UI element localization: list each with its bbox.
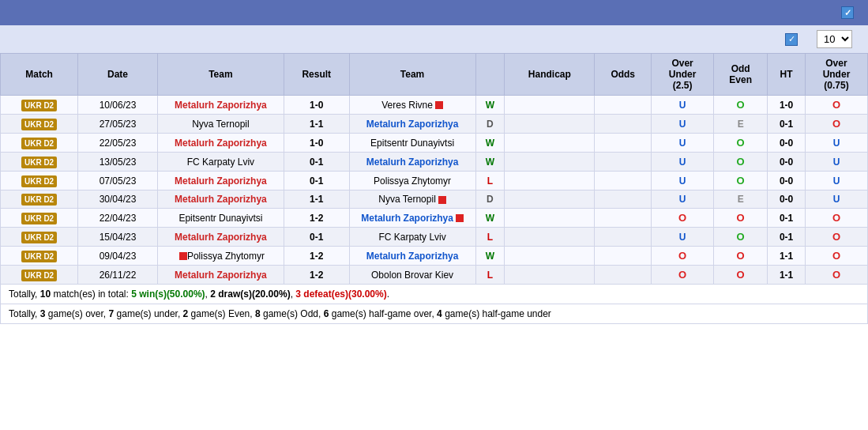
cell-handicap [505,228,595,247]
cell-result: 0-1 [284,172,349,190]
cell-ht: 0-1 [768,115,806,134]
cell-date: 26/11/22 [78,266,158,285]
cell-league: UKR D2 [1,96,78,115]
cell-handicap [505,209,595,228]
historic-scores-table: Match Date Team Result Team Handicap Odd… [0,53,868,285]
cell-result: 1-2 [284,209,349,228]
header: ✓ [0,0,868,25]
cell-team1[interactable]: Metalurh Zaporizhya [157,96,284,115]
col-outcome [475,54,505,96]
cell-odd-even: O [714,172,768,190]
cell-team2[interactable]: Epitsentr Dunayivtsi [349,134,475,153]
cell-handicap [505,172,595,190]
cell-team2[interactable]: Obolon Brovar Kiev [349,266,475,285]
footer-summary1: Totally, 10 match(es) in total: 5 win(s)… [0,285,868,304]
cell-team2[interactable]: Metalurh Zaporizhya [349,115,475,134]
cell-team1[interactable]: Epitsentr Dunayivtsi [157,209,284,228]
cell-team1[interactable]: FC Karpaty Lviv [157,153,284,172]
col-ht: HT [768,54,806,96]
cell-result: 1-1 [284,190,349,209]
games-select[interactable]: 10 5 15 20 [817,30,852,48]
col-team2: Team [349,54,475,96]
cell-team1[interactable]: Metalurh Zaporizhya [157,172,284,190]
cell-over-under: U [652,153,714,172]
cell-team2[interactable]: Metalurh Zaporizhya [349,247,475,266]
cell-odd-even: O [714,96,768,115]
cell-team2[interactable]: Polissya Zhytomyr [349,172,475,190]
table-row: UKR D215/04/23Metalurh Zaporizhya0-1FC K… [1,228,868,247]
cell-team2[interactable]: Veres Rivne [349,96,475,115]
cell-date: 22/05/23 [78,134,158,153]
cell-date: 07/05/23 [78,172,158,190]
footer-summary2: Totally, 3 game(s) over, 7 game(s) under… [0,304,868,324]
cell-ht: 1-1 [768,247,806,266]
cell-date: 13/05/23 [78,153,158,172]
cell-outcome: L [475,228,505,247]
cell-team1[interactable]: Nyva Ternopil [157,115,284,134]
cell-handicap [505,153,595,172]
filter-bar: ✓ 10 5 15 20 [0,25,868,53]
cell-odds [595,153,652,172]
cell-over-under: O [652,266,714,285]
cell-outcome: W [475,247,505,266]
cell-result: 1-0 [284,134,349,153]
cell-over-under: U [652,172,714,190]
cell-team2[interactable]: Metalurh Zaporizhya [349,153,475,172]
cell-ht: 0-0 [768,190,806,209]
cell-team1[interactable]: Metalurh Zaporizhya [157,228,284,247]
cell-handicap [505,266,595,285]
cell-team1[interactable]: Metalurh Zaporizhya [157,190,284,209]
cell-over-under: O [652,209,714,228]
cell-team1[interactable]: Metalurh Zaporizhya [157,266,284,285]
cell-outcome: W [475,96,505,115]
cell-odd-even: O [714,228,768,247]
cell-league: UKR D2 [1,190,78,209]
cell-outcome: W [475,134,505,153]
cell-odds [595,209,652,228]
cell-ht-ou: U [805,134,867,153]
table-row: UKR D226/11/22Metalurh Zaporizhya1-2Obol… [1,266,868,285]
cell-date: 09/04/23 [78,247,158,266]
cell-over-under: U [652,96,714,115]
table-row: UKR D230/04/23Metalurh Zaporizhya1-1Nyva… [1,190,868,209]
cell-team2[interactable]: FC Karpaty Lviv [349,228,475,247]
cell-outcome: W [475,209,505,228]
cell-result: 1-1 [284,115,349,134]
cell-team1[interactable]: Polissya Zhytomyr [157,247,284,266]
display-notes-checkbox[interactable]: ✓ [841,6,854,19]
cell-league: UKR D2 [1,266,78,285]
cell-team1[interactable]: Metalurh Zaporizhya [157,134,284,153]
cell-team2[interactable]: Metalurh Zaporizhya [349,209,475,228]
cell-handicap [505,96,595,115]
col-over-under: OverUnder(2.5) [652,54,714,96]
cell-ht: 0-0 [768,134,806,153]
col-date: Date [78,54,158,96]
table-row: UKR D213/05/23FC Karpaty Lviv0-1Metalurh… [1,153,868,172]
cell-ht: 1-0 [768,96,806,115]
cell-over-under: U [652,115,714,134]
cell-result: 1-2 [284,266,349,285]
cell-over-under: U [652,228,714,247]
cell-odds [595,190,652,209]
cell-outcome: D [475,190,505,209]
cell-ht: 1-1 [768,266,806,285]
table-row: UKR D207/05/23Metalurh Zaporizhya0-1Poli… [1,172,868,190]
cell-odds [595,228,652,247]
cell-result: 1-0 [284,96,349,115]
cell-odds [595,96,652,115]
league-checkbox[interactable]: ✓ [785,33,798,46]
cell-odds [595,134,652,153]
col-handicap: Handicap [505,54,595,96]
cell-date: 10/06/23 [78,96,158,115]
table-row: UKR D222/05/23Metalurh Zaporizhya1-0Epit… [1,134,868,153]
cell-date: 22/04/23 [78,209,158,228]
col-ht-ou: OverUnder(0.75) [805,54,867,96]
cell-ht-ou: O [805,96,867,115]
table-header-row: Match Date Team Result Team Handicap Odd… [1,54,868,96]
cell-handicap [505,134,595,153]
cell-odd-even: E [714,115,768,134]
cell-team2[interactable]: Nyva Ternopil [349,190,475,209]
cell-ht-ou: U [805,172,867,190]
cell-handicap [505,247,595,266]
col-odd-even: OddEven [714,54,768,96]
